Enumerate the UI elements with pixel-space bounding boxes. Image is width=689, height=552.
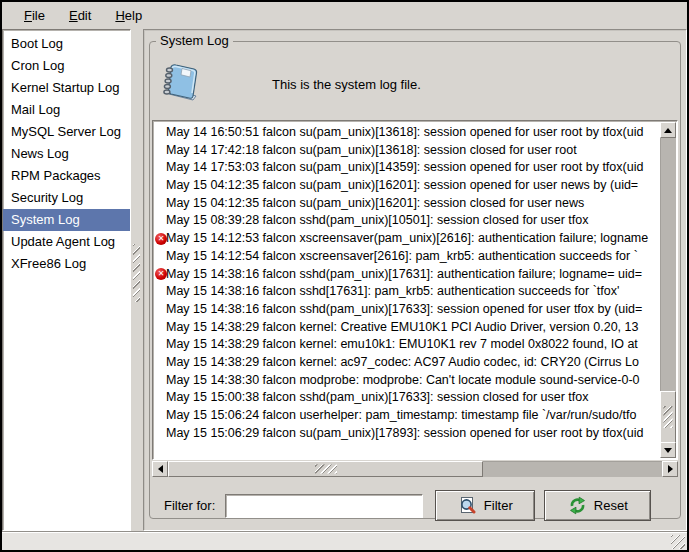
log-line[interactable]: May 15 14:38:16 falcon sshd[17631]: pam_…	[166, 283, 660, 301]
arrow-left-icon	[154, 465, 163, 473]
log-line[interactable]: May 14 16:50:51 falcon su(pam_unix)[1361…	[166, 124, 660, 142]
log-line[interactable]: May 15 14:38:16 falcon sshd(pam_unix)[17…	[166, 266, 660, 284]
menu-file[interactable]: File	[12, 5, 57, 26]
log-line[interactable]: May 15 14:38:16 falcon sshd(pam_unix)[17…	[166, 301, 660, 319]
arrow-up-icon	[664, 124, 672, 133]
filter-row: Filter for: Filter	[152, 477, 678, 521]
refresh-icon	[568, 496, 587, 515]
scroll-left-button[interactable]	[152, 461, 168, 477]
sidebar-item-kernel-startup-log[interactable]: Kernel Startup Log	[3, 77, 130, 99]
search-document-icon	[458, 496, 477, 515]
sidebar-item-security-log[interactable]: Security Log	[3, 187, 130, 209]
menu-help[interactable]: Help	[103, 5, 154, 26]
splitter-grip-icon	[133, 244, 140, 302]
reset-button-label: Reset	[594, 498, 628, 513]
status-bar	[2, 531, 687, 551]
sidebar-item-cron-log[interactable]: Cron Log	[3, 55, 130, 77]
menu-edit[interactable]: Edit	[57, 5, 103, 26]
log-line[interactable]: May 15 15:00:38 falcon sshd(pam_unix)[17…	[166, 389, 660, 407]
log-line[interactable]: May 15 14:38:29 falcon kernel: Creative …	[166, 319, 660, 337]
sidebar-item-mail-log[interactable]: Mail Log	[3, 99, 130, 121]
arrow-right-icon	[668, 465, 677, 473]
log-description: This is the system log file.	[272, 77, 421, 92]
filter-button-label: Filter	[484, 498, 513, 513]
log-line[interactable]: May 15 15:06:24 falcon userhelper: pam_t…	[166, 407, 660, 425]
sidebar-item-xfree86-log[interactable]: XFree86 Log	[3, 253, 130, 275]
main-panel: System Log	[143, 29, 687, 531]
horizontal-scrollbar-thumb[interactable]	[168, 461, 483, 477]
sidebar-item-update-agent-log[interactable]: Update Agent Log	[3, 231, 130, 253]
log-line[interactable]: May 15 04:12:35 falcon su(pam_unix)[1620…	[166, 195, 660, 213]
log-line[interactable]: May 15 14:12:54 falcon xscreensaver[2616…	[166, 248, 660, 266]
pane-splitter[interactable]	[131, 29, 143, 531]
filter-input[interactable]	[225, 494, 423, 518]
vertical-scrollbar-thumb[interactable]	[660, 391, 676, 443]
log-line[interactable]: May 14 17:42:18 falcon su(pam_unix)[1361…	[166, 142, 660, 160]
log-type-list: Boot Log Cron Log Kernel Startup Log Mai…	[2, 29, 131, 531]
log-viewer-window: { "menu": { "items": [ {"label": "File"}…	[0, 0, 689, 552]
scroll-up-button[interactable]	[660, 122, 676, 138]
error-icon	[155, 268, 167, 280]
sidebar-item-system-log[interactable]: System Log	[3, 209, 130, 231]
sidebar-item-rpm-packages[interactable]: RPM Packages	[3, 165, 130, 187]
sidebar-item-news-log[interactable]: News Log	[3, 143, 130, 165]
filter-button[interactable]: Filter	[435, 490, 535, 521]
scroll-down-button[interactable]	[660, 442, 676, 458]
log-line[interactable]: May 15 08:39:28 falcon sshd(pam_unix)[10…	[166, 212, 660, 230]
system-log-groupbox: System Log	[149, 41, 681, 519]
log-line[interactable]: May 15 15:06:29 falcon su(pam_unix)[1789…	[166, 425, 660, 443]
log-line[interactable]: May 15 14:12:53 falcon xscreensaver(pam_…	[166, 230, 660, 248]
notebook-icon	[160, 60, 202, 108]
log-line[interactable]: May 15 04:12:35 falcon su(pam_unix)[1620…	[166, 177, 660, 195]
log-text-view[interactable]: May 14 16:50:51 falcon su(pam_unix)[1361…	[152, 120, 678, 460]
log-line[interactable]: May 14 17:53:03 falcon su(pam_unix)[1435…	[166, 159, 660, 177]
content-area: Boot Log Cron Log Kernel Startup Log Mai…	[2, 29, 687, 531]
vertical-scrollbar[interactable]	[660, 122, 676, 458]
log-line[interactable]: May 15 14:38:30 falcon modprobe: modprob…	[166, 372, 660, 390]
scroll-right-button[interactable]	[662, 461, 678, 477]
log-line[interactable]: May 15 14:38:29 falcon kernel: ac97_code…	[166, 354, 660, 372]
error-icon	[155, 233, 167, 245]
log-lines: May 14 16:50:51 falcon su(pam_unix)[1361…	[153, 121, 660, 459]
arrow-down-icon	[664, 448, 672, 457]
filter-label: Filter for:	[164, 498, 215, 513]
log-header: This is the system log file.	[152, 42, 678, 110]
sidebar-item-mysql-server-log[interactable]: MySQL Server Log	[3, 121, 130, 143]
groupbox-title: System Log	[156, 33, 233, 49]
log-line[interactable]: May 15 14:38:29 falcon kernel: emu10k1: …	[166, 336, 660, 354]
resize-grip[interactable]	[671, 535, 685, 549]
reset-button[interactable]: Reset	[544, 490, 651, 521]
sidebar-item-boot-log[interactable]: Boot Log	[3, 33, 130, 55]
menu-bar: File Edit Help	[2, 2, 687, 29]
horizontal-scrollbar[interactable]	[152, 461, 678, 477]
